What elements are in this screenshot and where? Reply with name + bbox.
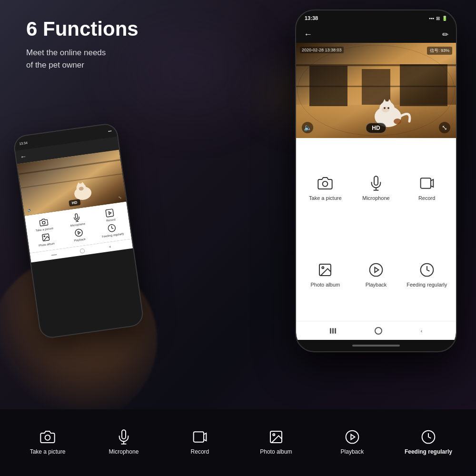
bottom-func-mic-label: Microphone	[109, 448, 139, 456]
app-btn-mic-label: Microphone	[362, 195, 389, 201]
bottom-camera-icon	[40, 429, 55, 445]
battery-icon: 🔋	[442, 16, 447, 21]
phone-small-btn-record-label: Record	[106, 218, 116, 222]
nav-home-icon[interactable]	[375, 327, 382, 335]
app-btn-record[interactable]: Record	[401, 145, 452, 232]
phone-small-btn-mic[interactable]: Microphone	[60, 211, 93, 228]
svg-rect-23	[362, 69, 390, 105]
bottom-func-mic: Microphone	[100, 429, 148, 456]
phone-small-btn-camera-label: Take a picture	[36, 227, 54, 232]
header-section: 6 Functions Meet the online needs of the…	[26, 18, 139, 71]
svg-rect-22	[309, 66, 347, 106]
svg-marker-12	[109, 211, 111, 215]
svg-rect-11	[106, 209, 114, 217]
phone-small-btn-album-label: Photo album	[39, 242, 55, 247]
bottom-func-album-label: Photo album	[260, 448, 292, 456]
home-indicator-bar	[352, 345, 400, 347]
svg-point-32	[394, 119, 401, 124]
svg-point-34	[323, 181, 328, 187]
phone-small-btn-feeding[interactable]: Feeding regularly	[96, 222, 129, 239]
bottom-func-album: Photo album	[252, 429, 300, 456]
bottom-func-record-label: Record	[191, 448, 209, 456]
page-title: 6 Functions	[26, 18, 139, 40]
back-button[interactable]: ←	[304, 30, 312, 40]
app-function-grid: Take a picture Microphone	[296, 138, 456, 321]
phone-small-nav-back-icon: ▲	[107, 245, 112, 249]
svg-rect-47	[194, 432, 204, 442]
bottom-func-camera-label: Take a picture	[30, 448, 66, 456]
edit-button[interactable]: ✏	[442, 30, 448, 39]
svg-marker-42	[375, 268, 378, 273]
phone-small-btn-album[interactable]: Photo album	[30, 231, 62, 248]
svg-point-40	[322, 267, 324, 268]
app-btn-mic[interactable]: Microphone	[351, 145, 402, 232]
bottom-record-icon	[192, 429, 208, 445]
phone-small-btn-playback-label: Playback	[74, 238, 86, 242]
phone-small-btn-camera[interactable]: Take a picture	[28, 216, 60, 233]
app-btn-feeding[interactable]: Feeding regularly	[401, 232, 452, 318]
phone-main-notch	[355, 10, 397, 22]
svg-marker-38	[431, 179, 433, 187]
bottom-func-playback-label: Playback	[341, 448, 364, 456]
svg-point-51	[346, 431, 359, 444]
svg-point-44	[45, 435, 50, 440]
app-btn-record-label: Record	[418, 195, 435, 201]
phone-small-btn-playback[interactable]: Playback	[63, 227, 95, 244]
phone-small-btn-record[interactable]: Record	[94, 207, 126, 224]
svg-line-10	[76, 221, 79, 222]
phone-main: 13:38 ▪▪▪ ⊠ 🔋 ← ✏	[295, 10, 457, 352]
nav-back-icon[interactable]: ‹	[421, 328, 423, 334]
phone-main-screen: 13:38 ▪▪▪ ⊠ 🔋 ← ✏	[296, 10, 456, 351]
svg-point-31	[387, 107, 389, 109]
app-btn-album-label: Photo album	[310, 281, 340, 288]
bottom-func-record: Record	[176, 429, 224, 456]
app-btn-camera-label: Take a picture	[309, 195, 341, 201]
bottom-feeding-icon	[421, 429, 436, 445]
page-root: 6 Functions Meet the online needs of the…	[0, 0, 476, 476]
phone-small-back-icon[interactable]: ←	[20, 152, 27, 161]
camera-fullscreen-icon[interactable]: ⤡	[439, 122, 450, 133]
bottom-func-camera: Take a picture	[24, 429, 71, 456]
wifi-icon: ⊠	[436, 16, 440, 21]
phone-small-btn-feeding-label: Feeding regularly	[102, 232, 124, 238]
camera-timestamp: 2020-02-28 13:38:03	[300, 47, 344, 53]
svg-rect-37	[420, 178, 430, 188]
phone-main-navbar: ← ✏	[296, 26, 456, 43]
phone-small-nav-lines-icon	[51, 254, 57, 256]
app-btn-playback[interactable]: Playback	[351, 232, 402, 318]
status-time: 13:38	[305, 15, 318, 21]
signal-icon: ▪▪▪	[429, 16, 434, 21]
hd-badge[interactable]: HD	[366, 123, 386, 133]
phone-small-btn-mic-label: Microphone	[70, 222, 85, 227]
page-subtitle: Meet the online needs of the pet owner	[26, 47, 139, 71]
bottom-func-playback: Playback	[328, 429, 376, 456]
phone-main-home-indicator	[296, 340, 456, 351]
bottom-mic-icon	[116, 429, 131, 445]
svg-marker-48	[204, 433, 206, 441]
camera-signal-strength: 信号: 93%	[427, 47, 452, 55]
bottom-func-feeding: Feeding regularly	[405, 429, 452, 456]
svg-rect-24	[400, 64, 447, 106]
phone-main-body: 13:38 ▪▪▪ ⊠ 🔋 ← ✏	[295, 10, 457, 352]
app-btn-feeding-label: Feeding regularly	[407, 281, 447, 288]
svg-point-15	[75, 228, 83, 237]
bottom-func-feeding-label: Feeding regularly	[405, 448, 452, 456]
svg-point-50	[273, 434, 275, 436]
bottom-album-icon	[268, 429, 284, 445]
phone-main-bottom-nav: ‹	[296, 321, 456, 340]
app-btn-album[interactable]: Photo album	[300, 232, 351, 318]
svg-point-8	[42, 221, 45, 224]
app-btn-playback-label: Playback	[366, 281, 387, 288]
bottom-playback-icon	[345, 429, 360, 445]
camera-volume-icon[interactable]: 🔈	[302, 122, 313, 133]
camera-feed: 2020-02-28 13:38:03 信号: 93% 🔈 HD ⤡	[296, 43, 456, 138]
svg-marker-16	[78, 231, 80, 235]
phone-small-nav-home-icon	[79, 248, 85, 253]
status-icons: ▪▪▪ ⊠ 🔋	[429, 16, 447, 21]
app-btn-camera[interactable]: Take a picture	[300, 145, 351, 232]
bottom-functions-bar: Take a picture Microphone Record	[0, 409, 476, 476]
svg-marker-52	[351, 435, 355, 440]
nav-lines-icon	[330, 328, 336, 334]
svg-point-30	[384, 107, 386, 109]
svg-point-14	[44, 236, 45, 237]
